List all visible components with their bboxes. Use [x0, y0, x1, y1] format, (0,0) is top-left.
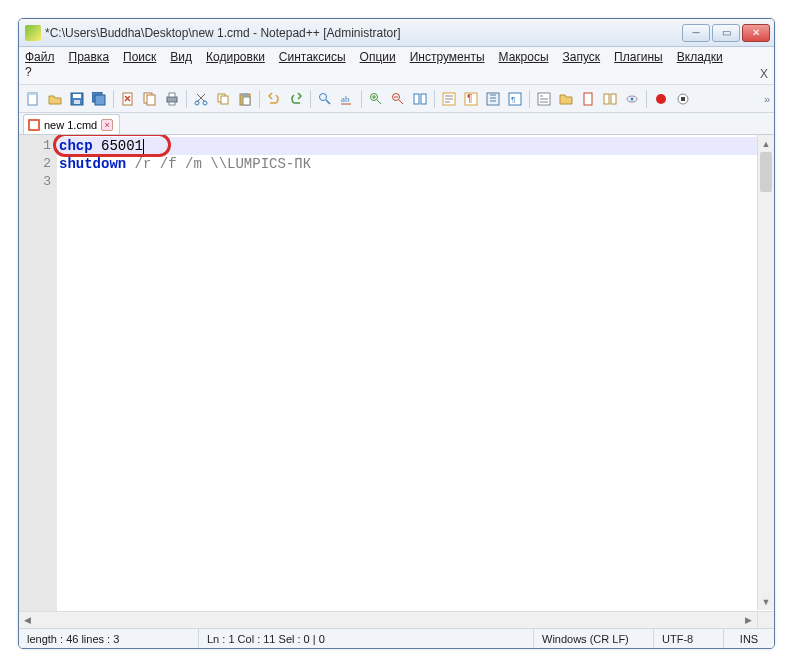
menu-syntax[interactable]: Синтаксисы — [277, 49, 348, 65]
toolbar-separator — [310, 90, 311, 108]
menu-encoding[interactable]: Кодировки — [204, 49, 267, 65]
svg-point-38 — [656, 94, 666, 104]
close-window-button[interactable]: ✕ — [742, 24, 770, 42]
cut-button[interactable] — [191, 89, 211, 109]
close-all-button[interactable] — [140, 89, 160, 109]
svg-rect-18 — [242, 93, 248, 96]
new-file-button[interactable] — [23, 89, 43, 109]
minimize-button[interactable]: ─ — [682, 24, 710, 42]
svg-point-37 — [631, 97, 634, 100]
macro-record-button[interactable] — [651, 89, 671, 109]
svg-rect-12 — [169, 102, 175, 105]
menu-edit[interactable]: Правка — [67, 49, 112, 65]
svg-rect-6 — [95, 95, 105, 105]
line-number: 1 — [19, 137, 51, 155]
vertical-scrollbar[interactable]: ▲ ▼ — [757, 135, 774, 610]
scroll-up-icon[interactable]: ▲ — [758, 135, 774, 152]
status-length: length : 46 lines : 3 — [19, 629, 199, 648]
svg-rect-33 — [584, 93, 592, 105]
tab-close-x-icon[interactable]: X — [760, 67, 768, 81]
svg-text:¶: ¶ — [467, 93, 472, 104]
undo-button[interactable] — [264, 89, 284, 109]
menu-view[interactable]: Вид — [168, 49, 194, 65]
language-button[interactable]: ¶ — [505, 89, 525, 109]
menubar: Файл Правка Поиск Вид Кодировки Синтакси… — [19, 47, 774, 85]
menu-search[interactable]: Поиск — [121, 49, 158, 65]
folder-panel-button[interactable] — [556, 89, 576, 109]
menu-plugins[interactable]: Плагины — [612, 49, 665, 65]
status-eol[interactable]: Windows (CR LF) — [534, 629, 654, 648]
wrap-button[interactable] — [439, 89, 459, 109]
svg-rect-9 — [147, 95, 155, 105]
scroll-down-icon[interactable]: ▼ — [758, 593, 774, 610]
close-file-button[interactable] — [118, 89, 138, 109]
menu-macros[interactable]: Макросы — [497, 49, 551, 65]
svg-point-20 — [320, 93, 327, 100]
menu-file[interactable]: Файл — [23, 49, 57, 65]
svg-rect-16 — [221, 96, 228, 104]
svg-rect-34 — [604, 94, 609, 104]
save-button[interactable] — [67, 89, 87, 109]
menu-tabs[interactable]: Вкладки — [675, 49, 725, 65]
toolbar-separator — [361, 90, 362, 108]
zoom-in-button[interactable] — [366, 89, 386, 109]
code-line[interactable]: chcp 65001 — [57, 137, 774, 155]
menu-tools[interactable]: Инструменты — [408, 49, 487, 65]
scroll-left-icon[interactable]: ◀ — [19, 612, 36, 628]
editor[interactable]: 1 2 3 chcp 65001 shutdown /r /f /m \\LUM… — [19, 135, 774, 628]
svg-text:ab: ab — [341, 94, 350, 104]
code-line[interactable]: shutdown /r /f /m \\LUMPICS-ПК — [57, 155, 774, 173]
statusbar: length : 46 lines : 3 Ln : 1 Col : 11 Se… — [19, 628, 774, 648]
sync-scroll-button[interactable] — [410, 89, 430, 109]
svg-rect-10 — [167, 97, 177, 102]
indent-guide-button[interactable] — [483, 89, 503, 109]
whitespace-button[interactable]: ¶ — [461, 89, 481, 109]
scroll-thumb[interactable] — [760, 152, 772, 192]
function-list-button[interactable] — [534, 89, 554, 109]
save-all-button[interactable] — [89, 89, 109, 109]
find-button[interactable] — [315, 89, 335, 109]
doc-list-button[interactable] — [600, 89, 620, 109]
toolbar: ab ¶ ¶ » — [19, 85, 774, 113]
open-file-button[interactable] — [45, 89, 65, 109]
replace-button[interactable]: ab — [337, 89, 357, 109]
toolbar-separator — [259, 90, 260, 108]
toolbar-overflow-icon[interactable]: » — [764, 93, 770, 105]
svg-rect-25 — [421, 94, 426, 104]
monitor-button[interactable] — [622, 89, 642, 109]
toolbar-separator — [646, 90, 647, 108]
titlebar: *C:\Users\Buddha\Desktop\new 1.cmd - Not… — [19, 19, 774, 47]
line-number: 2 — [19, 155, 51, 173]
menu-run[interactable]: Запуск — [561, 49, 603, 65]
toolbar-separator — [434, 90, 435, 108]
macro-stop-button[interactable] — [673, 89, 693, 109]
status-encoding[interactable]: UTF-8 — [654, 629, 724, 648]
redo-button[interactable] — [286, 89, 306, 109]
toolbar-separator — [113, 90, 114, 108]
zoom-out-button[interactable] — [388, 89, 408, 109]
toolbar-separator — [186, 90, 187, 108]
svg-text:¶: ¶ — [511, 95, 515, 104]
svg-rect-35 — [611, 94, 616, 104]
doc-map-button[interactable] — [578, 89, 598, 109]
status-position: Ln : 1 Col : 11 Sel : 0 | 0 — [199, 629, 534, 648]
horizontal-scrollbar[interactable]: ◀ ▶ — [19, 611, 757, 628]
menu-options[interactable]: Опции — [358, 49, 398, 65]
menu-help[interactable]: ? — [23, 64, 34, 80]
paste-button[interactable] — [235, 89, 255, 109]
code-area[interactable]: chcp 65001 shutdown /r /f /m \\LUMPICS-П… — [57, 135, 774, 628]
scroll-right-icon[interactable]: ▶ — [740, 612, 757, 628]
svg-rect-3 — [73, 94, 81, 98]
code-line[interactable] — [57, 173, 774, 191]
svg-rect-24 — [414, 94, 419, 104]
status-overwrite[interactable]: INS — [724, 629, 774, 648]
svg-rect-4 — [74, 100, 80, 104]
maximize-button[interactable]: ▭ — [712, 24, 740, 42]
line-gutter: 1 2 3 — [19, 135, 57, 628]
tab-close-button[interactable]: × — [101, 119, 113, 131]
window-title: *C:\Users\Buddha\Desktop\new 1.cmd - Not… — [45, 26, 682, 40]
file-tab[interactable]: new 1.cmd × — [23, 114, 120, 134]
copy-button[interactable] — [213, 89, 233, 109]
print-button[interactable] — [162, 89, 182, 109]
tabbar: new 1.cmd × — [19, 113, 774, 135]
